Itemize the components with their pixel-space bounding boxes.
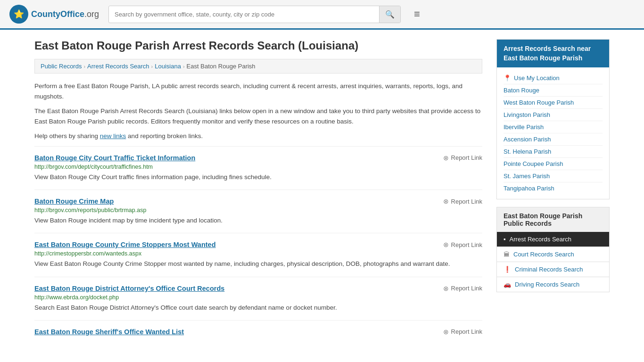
report-icon: ⊗ [443, 285, 449, 292]
report-link-button[interactable]: ⊗ Report Link [443, 328, 482, 336]
result-header: East Baton Rouge District Attorney's Off… [34, 285, 482, 292]
report-link-button[interactable]: ⊗ Report Link [443, 241, 482, 248]
result-url[interactable]: http://brgov.com/reports/public/brtrmap.… [34, 207, 482, 214]
use-my-location-link[interactable]: Use My Location [514, 74, 560, 82]
nearby-link[interactable]: Baton Rouge [504, 87, 539, 94]
result-title[interactable]: East Baton Rouge District Attorney's Off… [34, 285, 224, 292]
use-my-location-item[interactable]: 📍 Use My Location [504, 72, 603, 84]
result-title[interactable]: Baton Rouge Crime Map [34, 197, 114, 205]
new-links-link[interactable]: new links [100, 132, 126, 140]
public-records-header: East Baton Rouge Parish Public Records [496, 207, 610, 232]
nearby-link[interactable]: Tangipahoa Parish [504, 185, 554, 192]
site-logo[interactable]: ⭐ CountyOffice.org [9, 5, 99, 24]
report-link-button[interactable]: ⊗ Report Link [443, 197, 482, 205]
nearby-link-item[interactable]: St. James Parish [504, 170, 603, 182]
result-item: Baton Rouge Crime Map ⊗ Report Link http… [34, 189, 482, 233]
breadcrumb: Public Records › Arrest Records Search ›… [34, 59, 482, 74]
result-title[interactable]: East Baton Rouge County Crime Stoppers M… [34, 241, 216, 248]
page-title: East Baton Rouge Parish Arrest Records S… [34, 39, 482, 52]
public-records-container: ▪ Arrest Records Search 🏛 Court Records … [496, 232, 610, 292]
breadcrumb-louisiana[interactable]: Louisiana [155, 63, 181, 70]
nearby-links-container: Baton RougeWest Baton Rouge ParishLiving… [504, 84, 603, 194]
result-item: Baton Rouge City Court Traffic Ticket In… [34, 146, 482, 189]
nearby-link-item[interactable]: Iberville Parish [504, 121, 603, 133]
results-container: Baton Rouge City Court Traffic Ticket In… [34, 146, 482, 345]
nearby-link[interactable]: Pointe Coupee Parish [504, 160, 563, 167]
result-title[interactable]: East Baton Rouge Sheriff's Office Wanted… [34, 328, 184, 336]
main-container: East Baton Rouge Parish Arrest Records S… [25, 30, 619, 354]
public-record-item[interactable]: ❗ Criminal Records Search [496, 262, 610, 277]
search-input[interactable] [109, 7, 379, 22]
public-record-link[interactable]: Arrest Records Search [510, 236, 572, 243]
breadcrumb-sep-2: › [151, 64, 153, 69]
breadcrumb-current: East Baton Rouge Parish [187, 63, 256, 70]
site-header: ⭐ CountyOffice.org 🔍 ≡ [0, 0, 644, 30]
report-icon: ⊗ [443, 241, 449, 248]
public-record-link[interactable]: Criminal Records Search [515, 266, 583, 273]
record-type-icon: ▪ [504, 236, 506, 243]
search-button[interactable]: 🔍 [379, 6, 400, 23]
result-desc: Search East Baton Rouge District Attorne… [34, 303, 482, 313]
breadcrumb-sep-1: › [83, 64, 85, 69]
public-record-item[interactable]: 🏛 Court Records Search [496, 247, 610, 262]
result-url[interactable]: http://crimestoppersbr.com/wanteds.aspx [34, 250, 482, 257]
breadcrumb-sep-3: › [183, 64, 185, 69]
result-item: East Baton Rouge County Crime Stoppers M… [34, 233, 482, 276]
nearby-link-item[interactable]: West Baton Rouge Parish [504, 97, 603, 109]
public-record-link[interactable]: Court Records Search [513, 251, 574, 258]
report-icon: ⊗ [443, 328, 449, 336]
content-area: East Baton Rouge Parish Arrest Records S… [34, 39, 482, 345]
nearby-link[interactable]: West Baton Rouge Parish [504, 99, 574, 106]
result-url[interactable]: http://www.ebrda.org/docket.php [34, 294, 482, 301]
nearby-box: Arrest Records Search near East Baton Ro… [496, 39, 610, 199]
record-type-icon: 🏛 [504, 251, 510, 258]
desc3-pre: Help others by sharing [34, 132, 100, 140]
report-link-button[interactable]: ⊗ Report Link [443, 285, 482, 292]
logo-icon: ⭐ [9, 5, 28, 24]
result-desc: View Baton Rouge City Court traffic fine… [34, 173, 482, 182]
result-header: Baton Rouge City Court Traffic Ticket In… [34, 154, 482, 162]
record-type-icon: 🚗 [504, 281, 511, 288]
nearby-link[interactable]: St. Helena Parish [504, 148, 551, 155]
nearby-link[interactable]: St. James Parish [504, 173, 550, 180]
result-item: East Baton Rouge District Attorney's Off… [34, 277, 482, 320]
result-title[interactable]: Baton Rouge City Court Traffic Ticket In… [34, 154, 195, 162]
nearby-link-item[interactable]: Pointe Coupee Parish [504, 158, 603, 170]
public-record-item[interactable]: 🚗 Driving Records Search [496, 277, 610, 292]
nearby-link-item[interactable]: St. Helena Parish [504, 146, 603, 158]
nearby-header: Arrest Records Search near East Baton Ro… [497, 40, 609, 67]
report-link-button[interactable]: ⊗ Report Link [443, 154, 482, 162]
description-2: The East Baton Rouge Parish Arrest Recor… [34, 106, 482, 126]
result-url[interactable]: http://brgov.com/dept/citycourt/trafficf… [34, 164, 482, 170]
breadcrumb-arrest-records[interactable]: Arrest Records Search [87, 63, 149, 70]
result-header: East Baton Rouge Sheriff's Office Wanted… [34, 328, 482, 336]
description-1: Perform a free East Baton Rouge Parish, … [34, 81, 482, 101]
report-icon: ⊗ [443, 197, 449, 205]
search-bar: 🔍 [108, 6, 401, 23]
result-header: East Baton Rouge County Crime Stoppers M… [34, 241, 482, 248]
nearby-content: 📍 Use My Location Baton RougeWest Baton … [497, 67, 609, 199]
logo-text: CountyOffice.org [31, 9, 99, 19]
breadcrumb-public-records[interactable]: Public Records [41, 63, 82, 70]
nearby-link-item[interactable]: Baton Rouge [504, 84, 603, 97]
sidebar: Arrest Records Search near East Baton Ro… [496, 39, 610, 345]
public-record-item[interactable]: ▪ Arrest Records Search [496, 232, 610, 247]
record-type-icon: ❗ [504, 266, 511, 273]
nearby-link-item[interactable]: Ascension Parish [504, 133, 603, 146]
result-desc: View East Baton Rouge County Crime Stopp… [34, 259, 482, 269]
result-desc: View Baton Rouge incident map by time in… [34, 216, 482, 225]
description-3: Help others by sharing new links and rep… [34, 131, 482, 141]
result-header: Baton Rouge Crime Map ⊗ Report Link [34, 197, 482, 205]
nearby-link-item[interactable]: Livingston Parish [504, 109, 603, 121]
location-pin-icon: 📍 [504, 74, 511, 82]
nearby-link[interactable]: Ascension Parish [504, 136, 551, 143]
nearby-link[interactable]: Iberville Parish [504, 123, 544, 131]
menu-button[interactable]: ≡ [410, 7, 424, 21]
result-item: East Baton Rouge Sheriff's Office Wanted… [34, 320, 482, 345]
nearby-link[interactable]: Livingston Parish [504, 111, 550, 118]
report-icon: ⊗ [443, 154, 449, 162]
public-record-link[interactable]: Driving Records Search [515, 281, 579, 288]
desc3-post: and reporting broken links. [126, 132, 203, 140]
nearby-link-item[interactable]: Tangipahoa Parish [504, 182, 603, 194]
